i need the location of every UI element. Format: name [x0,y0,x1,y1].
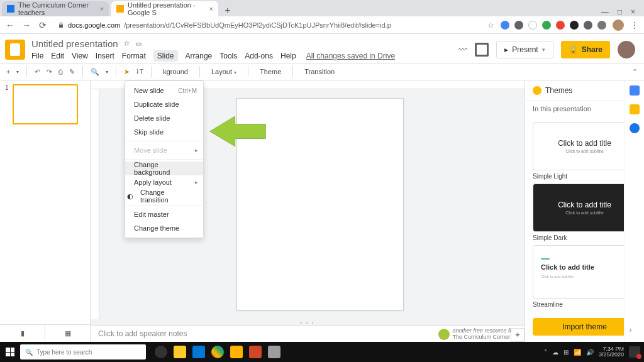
chevron-down-icon[interactable]: ▾ [542,47,545,53]
calendar-icon[interactable] [630,85,640,96]
slides-logo-icon[interactable] [5,40,25,60]
menu-insert[interactable]: Insert [96,52,114,60]
tasks-icon[interactable] [630,123,640,133]
menu-edit-master[interactable]: Edit master [125,207,203,221]
app-icon[interactable] [230,346,243,358]
doc-title[interactable]: Untitled presentation [31,38,118,49]
menu-arrange[interactable]: Arrange [186,52,213,60]
ext-icon[interactable] [528,21,537,30]
maximize-icon[interactable]: □ [618,8,622,16]
svg-marker-1 [210,116,266,146]
theme-card-dark[interactable]: Click to add title Click to add subtitle [533,184,636,232]
import-theme-button[interactable]: Import theme [533,318,636,336]
theme-card-streamline[interactable]: Click to add title Click to add subtitle [533,245,636,299]
background-button[interactable]: kground [159,68,192,75]
tray-chevron-icon[interactable]: ˄ [544,349,547,356]
ext-icon[interactable] [570,21,579,30]
close-icon[interactable]: × [100,5,104,13]
comments-icon[interactable] [475,43,489,57]
move-folder-icon[interactable]: ▭ [135,40,142,48]
menu-change-theme[interactable]: Change theme [125,221,203,235]
onedrive-icon[interactable]: ☁ [552,349,558,356]
speaker-notes[interactable]: Click to add speaker notes another free … [91,326,525,342]
minimize-icon[interactable]: — [601,8,609,16]
slide-thumbnail[interactable] [13,84,78,124]
app-icon[interactable] [268,346,280,358]
chevron-down-icon[interactable]: ▾ [16,69,19,75]
menu-addons[interactable]: Add-ons [245,52,273,60]
close-icon[interactable]: × [209,5,213,13]
activity-icon[interactable]: 〰 [458,45,467,55]
paint-format-button[interactable]: ✎ [69,68,75,76]
cortana-icon[interactable] [155,346,167,358]
present-button[interactable]: ▸ Present ▾ [496,41,553,58]
theme-button[interactable]: Theme [256,68,285,75]
reload-button[interactable]: ⟳ [38,20,48,30]
menu-skip-slide[interactable]: Skip slide [125,125,203,139]
ext-icon[interactable] [556,21,565,30]
close-window-icon[interactable]: × [631,8,635,16]
undo-button[interactable]: ↶ [35,68,40,76]
profile-avatar[interactable] [613,19,624,31]
ext-icon[interactable] [542,21,551,30]
ext-icon[interactable] [514,21,523,30]
select-tool[interactable]: ➤ [124,68,130,76]
new-slide-button[interactable]: + [6,68,10,75]
wifi-icon[interactable]: 📶 [574,349,581,356]
menu-new-slide[interactable]: New slideCtrl+M [125,84,203,97]
grid-view-button[interactable]: ▦ [45,325,90,342]
star-icon[interactable]: ☆ [123,39,130,48]
dropbox-icon[interactable]: ⊞ [564,349,569,356]
menu-change-transition[interactable]: ◐ Change transition [125,189,203,203]
search-icon: 🔍 [25,349,33,356]
transition-button[interactable]: Transition [301,68,338,75]
menu-change-background[interactable]: Change background [125,162,203,175]
print-button[interactable]: ⎙ [58,68,63,75]
ext-icon[interactable] [597,21,606,30]
resize-handle[interactable]: • • • [91,319,525,326]
browser-tab-2[interactable]: Untitled presentation - Google S × [111,1,218,16]
menu-slide[interactable]: Slide [153,50,178,62]
browser-tab-1[interactable]: The Curriculum Corner teachers × [2,1,109,16]
menu-tools[interactable]: Tools [219,52,237,60]
saved-status[interactable]: All changes saved in Drive [306,52,395,60]
menu-duplicate-slide[interactable]: Duplicate slide [125,97,203,111]
ext-icon[interactable] [584,21,592,30]
menu-delete-slide[interactable]: Delete slide [125,111,203,125]
textbox-tool[interactable]: ⌇T [136,68,143,76]
taskbar-search[interactable]: 🔍 Type here to search [20,344,146,359]
start-button[interactable] [0,342,20,362]
taskbar-clock[interactable]: 7:34 PM3/25/2020 [599,346,624,358]
collapse-side-icon[interactable]: › [630,326,640,336]
menu-apply-layout[interactable]: Apply layout [125,175,203,189]
menu-format[interactable]: Format [122,52,146,60]
volume-icon[interactable]: 🔊 [586,349,594,356]
ext-icon[interactable] [501,21,509,30]
layout-button[interactable]: Layout ▾ [208,68,240,75]
edge-icon[interactable] [192,346,205,358]
filmstrip-view-button[interactable]: ▮ [0,325,45,342]
chevron-down-icon[interactable]: ▾ [106,69,108,75]
file-explorer-icon[interactable] [174,346,186,358]
bookmark-star-icon[interactable]: ☆ [487,21,494,30]
zoom-button[interactable]: 🔍 [91,68,99,76]
share-button[interactable]: 🔒 Share [561,41,610,58]
menu-help[interactable]: Help [280,52,296,60]
menu-edit[interactable]: Edit [51,52,64,60]
keep-icon[interactable] [630,104,640,114]
url-field[interactable]: docs.google.com/presentation/d/1CvReFSBb… [54,21,481,29]
new-tab-button[interactable]: + [221,3,235,16]
back-button[interactable]: ← [5,20,15,30]
menu-file[interactable]: File [31,52,43,60]
theme-card-light[interactable]: Click to add title Click to add subtitle [533,122,636,170]
collapse-toolbar-icon[interactable]: ⌃ [632,68,638,76]
forward-button[interactable]: → [21,20,31,30]
powerpoint-icon[interactable] [249,346,262,358]
notifications-icon[interactable] [629,346,640,358]
kebab-menu-icon[interactable]: ⋮ [630,20,639,30]
explore-button[interactable]: ✦ [511,328,525,342]
chrome-icon[interactable] [211,346,224,358]
redo-button[interactable]: ↷ [47,68,52,76]
account-avatar[interactable] [618,41,635,58]
menu-view[interactable]: View [72,52,88,60]
